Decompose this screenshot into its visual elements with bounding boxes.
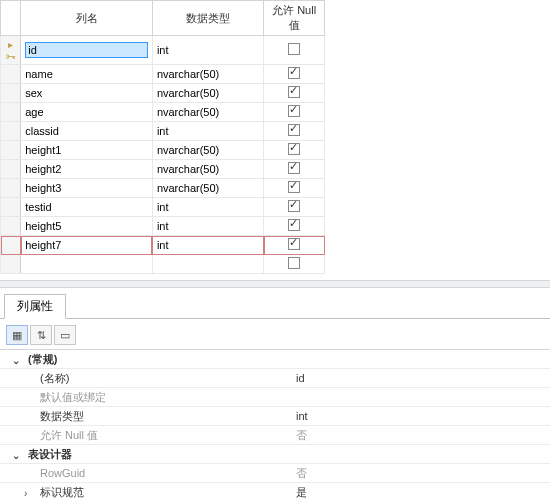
cell-column-name[interactable]: sex xyxy=(21,84,153,103)
checkbox-allow-null[interactable] xyxy=(288,181,300,193)
property-row[interactable]: 数据类型int xyxy=(0,407,550,426)
checkbox-allow-null[interactable] xyxy=(288,124,300,136)
checkbox-allow-null[interactable] xyxy=(288,105,300,117)
table-row[interactable]: height3nvarchar(50) xyxy=(1,179,325,198)
table-header-row: 列名 数据类型 允许 Null 值 xyxy=(1,1,325,36)
table-row[interactable]: agenvarchar(50) xyxy=(1,103,325,122)
cell-allow-null[interactable] xyxy=(264,217,325,236)
cell-allow-null[interactable] xyxy=(264,103,325,122)
empty-new-row[interactable] xyxy=(1,255,325,274)
row-gutter[interactable] xyxy=(1,160,21,179)
property-value[interactable]: int xyxy=(290,407,550,425)
row-gutter[interactable] xyxy=(1,84,21,103)
property-category[interactable]: ⌄表设计器 xyxy=(0,445,550,464)
row-gutter[interactable]: ▸🗝 xyxy=(1,36,21,65)
table-row[interactable]: sexnvarchar(50) xyxy=(1,84,325,103)
chevron-right-icon[interactable]: › xyxy=(24,485,27,500)
table-row[interactable]: height2nvarchar(50) xyxy=(1,160,325,179)
property-row[interactable]: (名称)id xyxy=(0,369,550,388)
checkbox-allow-null[interactable] xyxy=(288,143,300,155)
cell-data-type[interactable]: int xyxy=(152,198,263,217)
column-definitions-table: 列名 数据类型 允许 Null 值 ▸🗝intnamenvarchar(50)s… xyxy=(0,0,550,274)
cell-allow-null[interactable] xyxy=(264,141,325,160)
cell-column-name[interactable]: height1 xyxy=(21,141,153,160)
property-row[interactable]: 允许 Null 值否 xyxy=(0,426,550,445)
property-row[interactable]: RowGuid否 xyxy=(0,464,550,483)
table-row[interactable]: testidint xyxy=(1,198,325,217)
table-row[interactable]: ▸🗝int xyxy=(1,36,325,65)
cell-column-name[interactable] xyxy=(21,36,153,65)
cell-data-type[interactable]: nvarchar(50) xyxy=(152,65,263,84)
header-allow-null[interactable]: 允许 Null 值 xyxy=(264,1,325,36)
checkbox-allow-null[interactable] xyxy=(288,219,300,231)
column-properties-panel: 列属性 ▦ ⇅ ▭ ⌄(常规)(名称)id默认值或绑定数据类型int允许 Nul… xyxy=(0,288,550,500)
cell-column-name[interactable]: height2 xyxy=(21,160,153,179)
cell-data-type[interactable]: nvarchar(50) xyxy=(152,103,263,122)
property-row[interactable]: ›标识规范是 xyxy=(0,483,550,500)
checkbox-allow-null[interactable] xyxy=(288,238,300,250)
row-gutter[interactable] xyxy=(1,122,21,141)
row-gutter[interactable] xyxy=(1,65,21,84)
checkbox-allow-null[interactable] xyxy=(288,43,300,55)
property-value[interactable]: 否 xyxy=(290,426,550,444)
table-row[interactable]: height1nvarchar(50) xyxy=(1,141,325,160)
cell-column-name[interactable]: height5 xyxy=(21,217,153,236)
checkbox-allow-null[interactable] xyxy=(288,67,300,79)
cell-data-type[interactable]: int xyxy=(152,217,263,236)
table-row[interactable]: height5int xyxy=(1,217,325,236)
cell-allow-null[interactable] xyxy=(264,236,325,255)
cell-allow-null[interactable] xyxy=(264,84,325,103)
checkbox-allow-null-new[interactable] xyxy=(288,257,300,269)
cell-data-type[interactable]: nvarchar(50) xyxy=(152,84,263,103)
cell-column-name[interactable]: age xyxy=(21,103,153,122)
checkbox-allow-null[interactable] xyxy=(288,86,300,98)
cell-allow-null[interactable] xyxy=(264,179,325,198)
column-name-input[interactable] xyxy=(25,42,148,58)
cell-allow-null[interactable] xyxy=(264,36,325,65)
property-value[interactable]: 否 xyxy=(290,464,550,482)
property-row[interactable]: 默认值或绑定 xyxy=(0,388,550,407)
property-pages-button[interactable]: ▭ xyxy=(54,325,76,345)
alphabetical-button[interactable]: ⇅ xyxy=(30,325,52,345)
property-value[interactable]: id xyxy=(290,369,550,387)
cell-allow-null[interactable] xyxy=(264,65,325,84)
cell-data-type[interactable]: nvarchar(50) xyxy=(152,160,263,179)
cell-column-name[interactable]: testid xyxy=(21,198,153,217)
cell-allow-null[interactable] xyxy=(264,122,325,141)
panel-splitter[interactable] xyxy=(0,280,550,288)
checkbox-allow-null[interactable] xyxy=(288,162,300,174)
row-gutter[interactable] xyxy=(1,198,21,217)
property-value[interactable]: 是 xyxy=(290,483,550,500)
row-gutter[interactable] xyxy=(1,103,21,122)
chevron-down-icon[interactable]: ⌄ xyxy=(12,447,20,465)
cell-column-name[interactable]: classid xyxy=(21,122,153,141)
cell-column-name[interactable]: height7 xyxy=(21,236,153,255)
cell-allow-null[interactable] xyxy=(264,160,325,179)
header-data-type[interactable]: 数据类型 xyxy=(152,1,263,36)
checkbox-allow-null[interactable] xyxy=(288,200,300,212)
table-row[interactable]: height7int xyxy=(1,236,325,255)
row-gutter[interactable] xyxy=(1,236,21,255)
table-row[interactable]: namenvarchar(50) xyxy=(1,65,325,84)
property-name: (名称) xyxy=(0,369,290,387)
row-gutter[interactable] xyxy=(1,179,21,198)
table-row[interactable]: classidint xyxy=(1,122,325,141)
header-column-name[interactable]: 列名 xyxy=(21,1,153,36)
cell-data-type[interactable]: int xyxy=(152,36,263,65)
cell-data-type[interactable]: int xyxy=(152,236,263,255)
property-grid[interactable]: ⌄(常规)(名称)id默认值或绑定数据类型int允许 Null 值否⌄表设计器R… xyxy=(0,349,550,500)
primary-key-icon: ▸🗝 xyxy=(6,39,16,62)
property-value[interactable] xyxy=(290,388,550,406)
cell-allow-null[interactable] xyxy=(264,198,325,217)
cell-column-name[interactable]: name xyxy=(21,65,153,84)
cell-column-name[interactable]: height3 xyxy=(21,179,153,198)
categorized-button[interactable]: ▦ xyxy=(6,325,28,345)
chevron-down-icon[interactable]: ⌄ xyxy=(12,352,20,370)
cell-data-type[interactable]: nvarchar(50) xyxy=(152,179,263,198)
cell-data-type[interactable]: nvarchar(50) xyxy=(152,141,263,160)
tab-column-properties[interactable]: 列属性 xyxy=(4,294,66,319)
row-gutter[interactable] xyxy=(1,217,21,236)
property-category[interactable]: ⌄(常规) xyxy=(0,350,550,369)
cell-data-type[interactable]: int xyxy=(152,122,263,141)
row-gutter[interactable] xyxy=(1,141,21,160)
